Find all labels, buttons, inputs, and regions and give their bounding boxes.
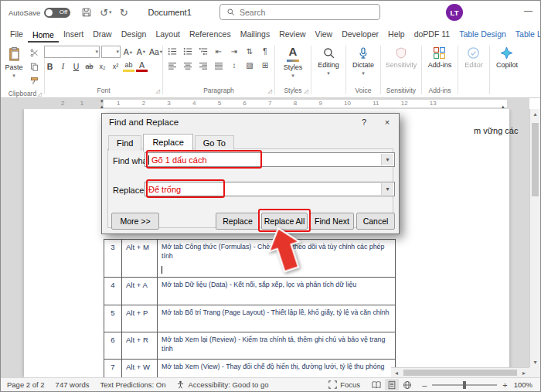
subscript-button[interactable]: x₂ [97, 60, 108, 72]
highlight-color-button[interactable]: ab [123, 60, 134, 72]
tab-view[interactable]: View [311, 26, 338, 43]
first-line-indent-marker[interactable]: ▾ [100, 98, 104, 104]
numbering-button[interactable] [181, 46, 195, 57]
dialog-tab-find[interactable]: Find [108, 135, 141, 151]
zoom-out-button[interactable]: – [422, 380, 427, 390]
shading-button[interactable]: ▨ [243, 60, 257, 71]
dialog-close-button[interactable]: × [376, 114, 399, 130]
table-cell-num[interactable]: 3 [104, 240, 122, 278]
table-cell-desc[interactable]: Mở tab Bố trí Trang (Page Layout) - Thiế… [158, 305, 396, 332]
replace-with-combobox[interactable]: Để trống ▾ [145, 182, 395, 196]
grow-font-button[interactable]: A▴ [122, 46, 134, 58]
tab-developer[interactable]: Developer [337, 26, 383, 43]
web-layout-button[interactable] [400, 379, 414, 390]
table-cell-num[interactable]: 7 [104, 359, 122, 377]
zoom-level[interactable]: 100% [514, 380, 532, 389]
italic-button[interactable]: I [57, 60, 69, 72]
tab-design[interactable]: Design [117, 26, 151, 43]
find-what-dropdown-icon[interactable]: ▾ [381, 154, 393, 165]
tab-layout[interactable]: Layout [151, 26, 185, 43]
table-cell-key[interactable]: Alt + A [122, 277, 158, 305]
find-what-combobox[interactable]: Gõ 1 dấu cách ▾ [145, 152, 395, 167]
table-cell-desc[interactable]: Mở tab Công thức (Formulas) - Chèn hàm, … [158, 240, 396, 278]
clipboard-dialog-launcher[interactable]: ◿ [38, 91, 42, 97]
decrease-indent-button[interactable]: ⇤ [212, 46, 226, 57]
tab-dopdf[interactable]: doPDF 11 [410, 26, 455, 43]
read-mode-button[interactable] [369, 379, 383, 390]
font-color-button[interactable]: A [136, 60, 148, 72]
tab-review[interactable]: Review [274, 26, 310, 43]
more-button[interactable]: More >> [111, 213, 159, 230]
zoom-in-button[interactable]: + [502, 380, 507, 390]
show-formatting-button[interactable]: ¶ [258, 46, 272, 57]
copilot-button[interactable]: Copilot [493, 44, 521, 71]
sort-button[interactable]: ⇅ [243, 46, 257, 57]
cut-button[interactable] [28, 47, 42, 59]
format-painter-button[interactable] [28, 75, 42, 87]
horizontal-scroll-thumb[interactable] [403, 370, 517, 376]
editor-button[interactable]: Editor [461, 44, 486, 71]
vertical-scroll-thumb[interactable] [532, 123, 539, 196]
bullets-button[interactable] [165, 46, 179, 57]
right-indent-marker[interactable]: ▴ [502, 104, 505, 109]
tab-references[interactable]: References [185, 26, 236, 43]
tab-home[interactable]: Home [28, 27, 59, 43]
line-spacing-button[interactable]: ↕ [227, 60, 241, 71]
tab-table-design[interactable]: Table Design [454, 26, 511, 43]
document-text-fragment[interactable]: m vững các [474, 126, 519, 135]
tab-table-layout[interactable]: Table Layout [511, 26, 541, 43]
dialog-tab-goto[interactable]: Go To [195, 135, 234, 151]
save-button[interactable] [81, 7, 92, 18]
strikethrough-button[interactable]: ab [83, 60, 95, 72]
scroll-right-arrow[interactable]: ▸ [519, 370, 529, 377]
table-cell-key[interactable]: Alt + P [122, 305, 158, 332]
table-cell-num[interactable]: 6 [104, 332, 122, 359]
dialog-help-button[interactable]: ? [352, 114, 376, 130]
undo-button[interactable]: ↺ ▾ [100, 7, 111, 19]
styles-button[interactable]: A Styles ▾ [281, 44, 306, 81]
dialog-tab-replace[interactable]: Replace [143, 134, 192, 152]
table-cell-key[interactable]: Alt + R [122, 332, 158, 359]
tab-help[interactable]: Help [383, 26, 410, 43]
superscript-button[interactable]: x² [110, 60, 121, 72]
horizontal-scrollbar[interactable]: ◂ ▸ [391, 367, 529, 377]
autosave-toggle[interactable]: Off [44, 8, 70, 18]
replace-all-button[interactable]: Replace All [261, 213, 308, 230]
find-next-button[interactable]: Find Next [310, 213, 354, 230]
replace-button[interactable]: Replace [216, 213, 260, 230]
font-dialog-launcher[interactable]: ◿ [156, 88, 160, 94]
table-cell-num[interactable]: 5 [104, 305, 122, 332]
align-right-button[interactable] [196, 60, 210, 71]
redo-button[interactable]: ↻ [120, 7, 128, 19]
table-cell-num[interactable]: 4 [104, 277, 122, 305]
table-cell-key[interactable]: Alt + M [122, 240, 158, 278]
accessibility-status[interactable]: Accessibility: Good to go [176, 380, 268, 389]
tab-file[interactable]: File [5, 26, 28, 43]
avatar[interactable]: LT [446, 4, 463, 21]
vertical-scrollbar[interactable]: ▴ ▾ [529, 109, 540, 377]
hanging-indent-marker[interactable]: ▴ [100, 104, 104, 109]
print-layout-button[interactable] [385, 379, 399, 390]
change-case-button[interactable]: Aa▾ [148, 46, 163, 58]
increase-indent-button[interactable]: ⇥ [227, 46, 241, 57]
table-cell-key[interactable]: Alt + W [122, 359, 158, 377]
multilevel-list-button[interactable] [196, 46, 210, 57]
tab-mailings[interactable]: Mailings [236, 26, 275, 43]
editing-button[interactable]: Editing ▾ [315, 44, 342, 79]
justify-button[interactable] [212, 60, 226, 71]
scroll-down-arrow[interactable]: ▾ [530, 359, 540, 366]
addins-button[interactable]: Add-ins [425, 44, 455, 71]
shrink-font-button[interactable]: A▾ [135, 46, 147, 58]
align-center-button[interactable] [181, 60, 195, 71]
dictate-button[interactable]: Dictate ▾ [349, 44, 377, 79]
copy-button[interactable] [28, 61, 42, 73]
sensitivity-button[interactable]: Sensitivity [383, 44, 420, 71]
font-size-combobox[interactable]: ▾ [101, 46, 121, 58]
zoom-slider[interactable] [432, 384, 497, 386]
font-name-combobox[interactable]: ▾ [44, 46, 100, 58]
zoom-slider-thumb[interactable] [463, 381, 466, 389]
scroll-left-arrow[interactable]: ◂ [391, 370, 402, 377]
text-predictions[interactable]: Text Predictions: On [100, 380, 165, 389]
paste-button[interactable]: Paste ▾ [2, 44, 26, 81]
scroll-up-arrow[interactable]: ▴ [530, 111, 540, 118]
